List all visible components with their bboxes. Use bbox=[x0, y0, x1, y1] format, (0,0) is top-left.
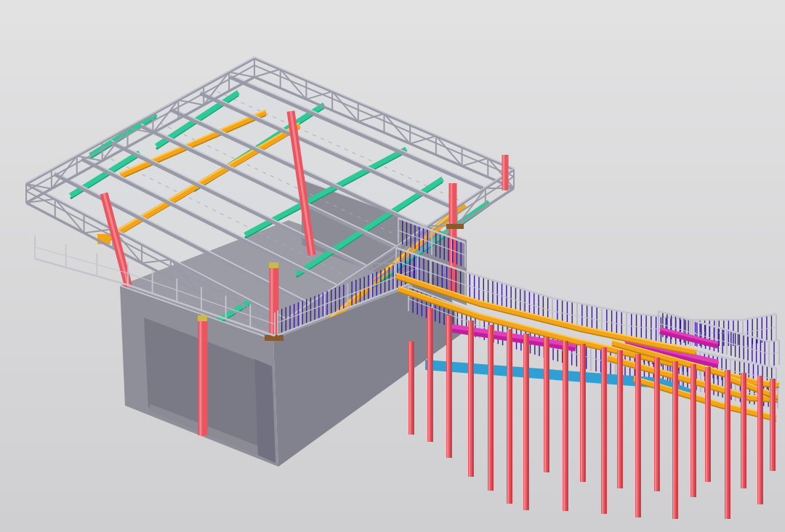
column-cap bbox=[269, 262, 278, 268]
cad-application-window bbox=[0, 0, 785, 532]
column-cap bbox=[198, 315, 207, 321]
column-base-plate bbox=[446, 224, 464, 229]
viewport-3d[interactable] bbox=[0, 0, 785, 532]
